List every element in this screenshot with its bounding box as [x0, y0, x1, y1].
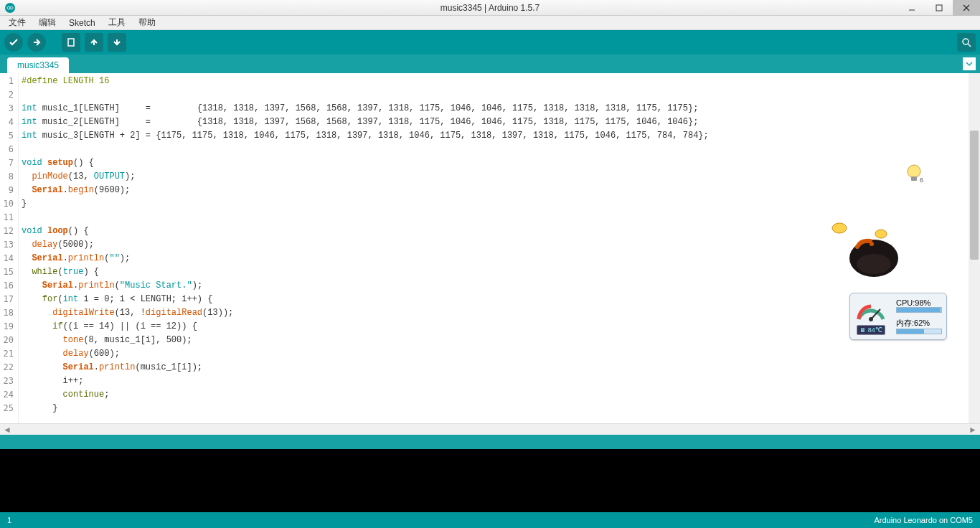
magnifier-icon — [961, 37, 971, 47]
cpu-bar — [896, 307, 942, 313]
serial-monitor-button[interactable] — [957, 33, 976, 52]
line-gutter: 1234567891011121314151617181920212223242… — [0, 73, 19, 423]
arduino-logo-icon — [4, 2, 16, 14]
console-divider — [0, 435, 980, 449]
temperature-badge: 🖥 84℃ — [857, 325, 885, 335]
memory-bar — [896, 329, 942, 334]
menu-help[interactable]: 帮助 — [133, 15, 161, 30]
tab-menu-button[interactable] — [963, 57, 976, 70]
minimize-button[interactable] — [898, 0, 925, 16]
upload-button[interactable] — [27, 33, 46, 52]
open-button[interactable] — [85, 33, 103, 52]
vertical-scrollbar[interactable] — [969, 73, 980, 423]
svg-point-15 — [870, 242, 874, 246]
new-button[interactable] — [62, 33, 80, 52]
window-titlebar: music3345 | Arduino 1.5.7 — [0, 0, 980, 16]
maximize-button[interactable] — [925, 0, 953, 16]
svg-point-8 — [908, 165, 920, 178]
check-icon — [9, 37, 19, 47]
save-button[interactable] — [108, 33, 126, 52]
scroll-left-icon[interactable]: ◄ — [3, 425, 11, 435]
svg-point-11 — [832, 223, 847, 233]
verify-button[interactable] — [4, 33, 23, 52]
gauge-icon — [854, 298, 887, 324]
svg-line-7 — [968, 44, 971, 47]
window-title: music3345 | Arduino 1.5.7 — [440, 3, 540, 13]
penguin-mascot[interactable] — [818, 214, 904, 278]
svg-text:6: 6 — [920, 176, 923, 184]
file-icon — [66, 37, 76, 47]
lightbulb-widget[interactable]: 6 — [904, 164, 924, 184]
arrow-right-icon — [32, 37, 42, 47]
svg-rect-2 — [936, 5, 942, 11]
arrow-up-icon — [89, 37, 99, 47]
svg-point-12 — [875, 230, 887, 238]
menu-sketch[interactable]: Sketch — [63, 16, 101, 29]
console-output — [0, 449, 980, 512]
svg-point-14 — [857, 254, 891, 274]
status-bar: 1 Arduino Leonardo on COM5 — [0, 512, 980, 528]
status-board-port: Arduino Leonardo on COM5 — [874, 516, 973, 524]
cpu-label: CPU:98% — [896, 298, 942, 307]
memory-label: 内存:62% — [896, 318, 942, 329]
svg-point-17 — [869, 317, 873, 321]
toolbar — [0, 30, 980, 55]
menu-file[interactable]: 文件 — [3, 15, 32, 30]
menu-edit[interactable]: 编辑 — [33, 15, 62, 30]
system-monitor-widget[interactable]: 🖥 84℃ CPU:98% 内存:62% — [849, 293, 947, 340]
menu-bar: 文件 编辑 Sketch 工具 帮助 — [0, 16, 980, 30]
svg-rect-5 — [68, 39, 74, 46]
penguin-icon — [818, 214, 904, 278]
horizontal-scrollbar[interactable]: ◄ ► — [0, 423, 980, 435]
menu-tools[interactable]: 工具 — [103, 15, 131, 30]
close-button[interactable] — [953, 0, 980, 16]
tab-music3345[interactable]: music3345 — [7, 57, 69, 73]
tab-strip: music3345 — [0, 55, 980, 73]
chevron-down-icon — [966, 60, 973, 67]
status-line-number: 1 — [7, 516, 11, 524]
svg-rect-9 — [911, 176, 917, 181]
scrollbar-thumb[interactable] — [970, 131, 979, 260]
svg-point-6 — [963, 39, 969, 44]
lightbulb-icon: 6 — [904, 164, 924, 184]
scroll-right-icon[interactable]: ► — [969, 425, 977, 435]
arrow-down-icon — [112, 37, 122, 47]
